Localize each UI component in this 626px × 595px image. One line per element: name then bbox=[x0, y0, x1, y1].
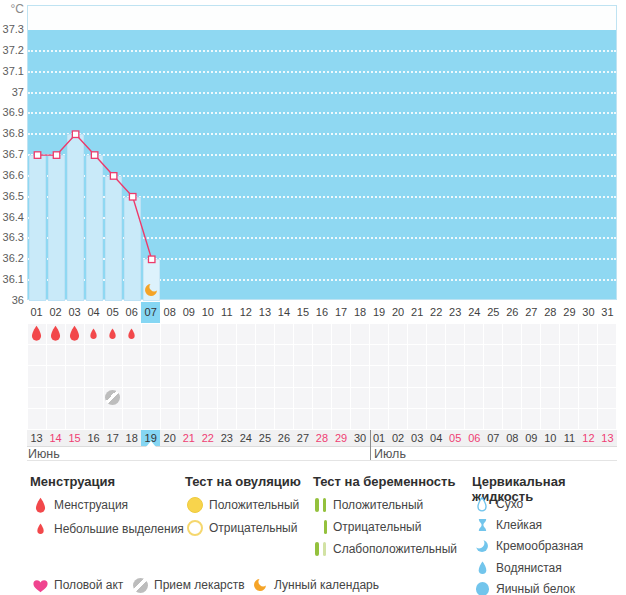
event-cell bbox=[237, 388, 255, 408]
event-cell bbox=[85, 345, 103, 365]
event-cell bbox=[370, 409, 388, 429]
event-cell bbox=[332, 366, 350, 386]
day-cell[interactable]: 19 bbox=[370, 302, 389, 323]
gridline bbox=[28, 133, 616, 135]
day-cell[interactable]: 11 bbox=[217, 302, 236, 323]
event-cell bbox=[351, 409, 369, 429]
month-label-june: Июнь bbox=[28, 447, 60, 461]
day-cell[interactable]: 06 bbox=[122, 302, 141, 323]
legend-item-label: Небольшие выделения bbox=[54, 522, 184, 536]
day-cell[interactable]: 14 bbox=[274, 302, 293, 323]
date-cell[interactable]: 03 bbox=[408, 430, 427, 446]
event-cell bbox=[28, 409, 46, 429]
day-cell[interactable]: 07 bbox=[141, 302, 160, 323]
date-cell[interactable]: 28 bbox=[312, 430, 331, 446]
event-cell bbox=[66, 366, 84, 386]
date-cell[interactable]: 01 bbox=[370, 430, 389, 446]
day-cell[interactable]: 10 bbox=[198, 302, 217, 323]
day-cell[interactable]: 29 bbox=[560, 302, 579, 323]
date-cell[interactable]: 14 bbox=[46, 430, 65, 446]
day-cell[interactable]: 03 bbox=[65, 302, 84, 323]
event-cell bbox=[199, 345, 217, 365]
event-cell bbox=[579, 324, 597, 344]
date-cell[interactable]: 23 bbox=[217, 430, 236, 446]
bars-two-green-icon bbox=[313, 498, 329, 512]
day-cell[interactable]: 08 bbox=[160, 302, 179, 323]
date-cell[interactable]: 13 bbox=[598, 430, 617, 446]
date-cell[interactable]: 05 bbox=[446, 430, 465, 446]
date-cell[interactable]: 07 bbox=[484, 430, 503, 446]
legend-item-label: Половой акт bbox=[54, 578, 123, 592]
event-cell bbox=[313, 366, 331, 386]
date-cell[interactable]: 18 bbox=[122, 430, 141, 446]
event-cell bbox=[370, 324, 388, 344]
day-cell[interactable]: 28 bbox=[541, 302, 560, 323]
date-cell[interactable]: 04 bbox=[427, 430, 446, 446]
day-cell[interactable]: 13 bbox=[255, 302, 274, 323]
day-cell[interactable]: 26 bbox=[503, 302, 522, 323]
event-cell bbox=[370, 366, 388, 386]
event-cell bbox=[541, 366, 559, 386]
drop-large-red-icon bbox=[30, 497, 50, 514]
menstruation-light-icon bbox=[108, 328, 117, 340]
date-cell[interactable]: 13 bbox=[27, 430, 46, 446]
day-cell[interactable]: 09 bbox=[179, 302, 198, 323]
date-cell[interactable]: 22 bbox=[198, 430, 217, 446]
date-cell[interactable]: 24 bbox=[236, 430, 255, 446]
event-cell bbox=[123, 409, 141, 429]
date-cell[interactable]: 15 bbox=[65, 430, 84, 446]
event-cell bbox=[465, 366, 483, 386]
event-cell bbox=[142, 345, 160, 365]
event-cell bbox=[522, 324, 540, 344]
date-cell[interactable]: 17 bbox=[103, 430, 122, 446]
date-cell[interactable]: 27 bbox=[293, 430, 312, 446]
date-cell[interactable]: 12 bbox=[579, 430, 598, 446]
day-cell[interactable]: 15 bbox=[293, 302, 312, 323]
day-cell[interactable]: 16 bbox=[312, 302, 331, 323]
date-cell[interactable]: 30 bbox=[351, 430, 370, 446]
day-cell[interactable]: 25 bbox=[484, 302, 503, 323]
day-cell[interactable]: 12 bbox=[236, 302, 255, 323]
date-cell[interactable]: 25 bbox=[255, 430, 274, 446]
event-cell bbox=[180, 409, 198, 429]
event-cell bbox=[503, 324, 521, 344]
day-cell[interactable]: 17 bbox=[332, 302, 351, 323]
date-cell[interactable]: 08 bbox=[503, 430, 522, 446]
day-cell[interactable]: 30 bbox=[579, 302, 598, 323]
day-cell[interactable]: 31 bbox=[598, 302, 617, 323]
event-cell bbox=[66, 409, 84, 429]
menstruation-light-icon bbox=[127, 328, 136, 340]
event-cell bbox=[560, 388, 578, 408]
legend-item: Сухо bbox=[472, 495, 523, 513]
day-cell[interactable]: 22 bbox=[427, 302, 446, 323]
day-cell[interactable]: 05 bbox=[103, 302, 122, 323]
date-cell[interactable]: 06 bbox=[465, 430, 484, 446]
legend-item: Лунный календарь bbox=[250, 576, 379, 594]
date-cell[interactable]: 16 bbox=[84, 430, 103, 446]
day-cell[interactable]: 23 bbox=[446, 302, 465, 323]
day-cell[interactable]: 01 bbox=[27, 302, 46, 323]
date-cell[interactable]: 11 bbox=[560, 430, 579, 446]
day-cell[interactable]: 21 bbox=[408, 302, 427, 323]
date-cell[interactable]: 21 bbox=[179, 430, 198, 446]
day-cell[interactable]: 02 bbox=[46, 302, 65, 323]
event-cell bbox=[28, 388, 46, 408]
date-cell[interactable]: 10 bbox=[541, 430, 560, 446]
day-cell[interactable]: 27 bbox=[522, 302, 541, 323]
date-cell[interactable]: 26 bbox=[274, 430, 293, 446]
event-cell bbox=[275, 345, 293, 365]
chart-plot-area[interactable] bbox=[27, 5, 617, 300]
temperature-bar bbox=[67, 134, 84, 301]
event-cell bbox=[598, 388, 616, 408]
day-cell[interactable]: 18 bbox=[351, 302, 370, 323]
day-cell[interactable]: 20 bbox=[389, 302, 408, 323]
event-cell bbox=[313, 388, 331, 408]
date-cell[interactable]: 02 bbox=[389, 430, 408, 446]
day-cell[interactable]: 24 bbox=[465, 302, 484, 323]
date-cell[interactable]: 09 bbox=[522, 430, 541, 446]
date-cell[interactable]: 20 bbox=[160, 430, 179, 446]
day-cell[interactable]: 04 bbox=[84, 302, 103, 323]
date-cell[interactable]: 29 bbox=[332, 430, 351, 446]
event-cell bbox=[351, 345, 369, 365]
event-cell bbox=[484, 324, 502, 344]
